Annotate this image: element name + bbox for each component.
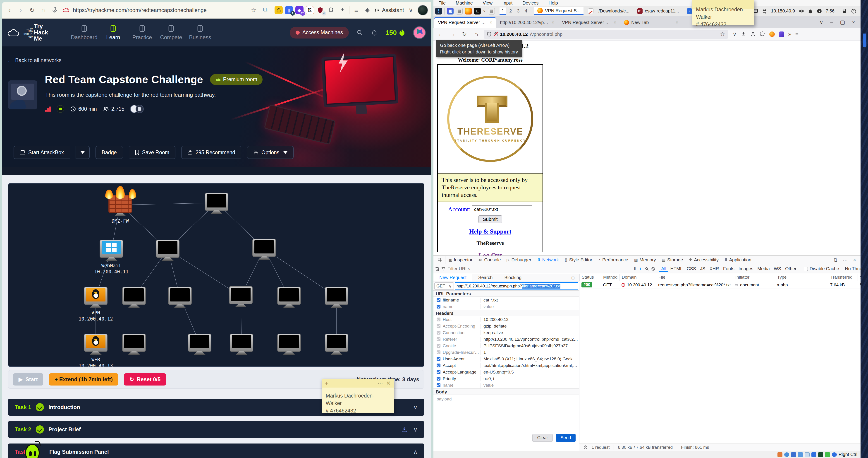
taskbar-window-button[interactable]: ~/Downloads/c... xyxy=(585,7,632,15)
reload-icon[interactable]: ↻ xyxy=(460,30,469,38)
request-row[interactable]: 200 GET 10.200.40.12 requestvpn.php?file… xyxy=(580,281,861,289)
thm-nav-item[interactable]: Dashboard xyxy=(71,25,98,40)
header-name[interactable]: Upgrade-Insecure-... xyxy=(443,350,481,355)
node-picker-icon[interactable] xyxy=(435,256,445,264)
header-value[interactable]: gzip, deflate xyxy=(481,324,506,329)
download-task-files-icon[interactable] xyxy=(401,426,407,433)
network-node[interactable] xyxy=(263,287,315,305)
network-start-button[interactable]: ▶ Start xyxy=(13,373,43,385)
microphone-icon[interactable] xyxy=(50,6,59,15)
workspace-button[interactable]: 4 xyxy=(523,7,529,15)
clear-requests-trash-icon[interactable] xyxy=(435,266,439,271)
back-icon[interactable]: ← xyxy=(437,30,445,38)
password-manager-extension-icon[interactable] xyxy=(275,6,283,14)
search-icon[interactable] xyxy=(356,29,363,36)
header-value[interactable]: http://10.200.40.12/vpncontrol.php?cmd=c… xyxy=(481,337,579,342)
chevron-down-icon[interactable]: ∨ xyxy=(413,404,417,411)
taskbar-window-button[interactable]: VPN Request S... xyxy=(534,7,584,15)
overflow-chevrons-icon[interactable]: » xyxy=(788,31,791,37)
downloads-icon[interactable] xyxy=(338,6,347,15)
summary-requests[interactable]: 1 request xyxy=(592,445,610,450)
param-name[interactable]: name xyxy=(443,304,481,309)
home-icon[interactable]: ⌂ xyxy=(39,6,48,15)
header-checkbox[interactable] xyxy=(437,337,440,341)
header-row[interactable]: Cookie PHPSESSID=dgmc49s6utjdvn09sfhj927… xyxy=(433,342,579,349)
filter-urls-box[interactable] xyxy=(442,266,632,271)
badge-button[interactable]: Badge xyxy=(95,146,123,159)
kagi-extension-icon[interactable]: K xyxy=(306,6,314,14)
account-input[interactable] xyxy=(472,205,532,213)
help-support-link[interactable]: Help & Support xyxy=(438,228,542,235)
pane-collapse-icon[interactable]: ⊟ xyxy=(568,276,578,280)
tab-list-chevron-icon[interactable]: ∨ xyxy=(819,19,824,25)
header-name[interactable]: Referer xyxy=(443,337,481,342)
thm-nav-item[interactable]: Learn xyxy=(100,25,127,40)
thm-nav-item[interactable]: Business xyxy=(186,25,214,40)
extensions-puzzle-icon[interactable] xyxy=(760,31,765,37)
header-name[interactable]: Accept-Encoding xyxy=(443,324,481,329)
column-header[interactable]: Initiator xyxy=(733,274,775,281)
send-button[interactable]: Send xyxy=(556,434,576,442)
header-name[interactable]: Accept xyxy=(443,363,481,368)
filter-urls-input[interactable] xyxy=(447,266,606,271)
header-name[interactable]: Priority xyxy=(443,376,481,381)
recommend-button[interactable]: 295 Recommend xyxy=(181,146,241,159)
share-link-icon[interactable]: ⧉ xyxy=(261,6,270,15)
network-reset-button[interactable]: ↻ Reset 0/5 xyxy=(124,373,166,385)
body-section[interactable]: Body xyxy=(433,389,579,395)
foxyproxy-extension-icon[interactable] xyxy=(779,31,784,37)
network-node[interactable] xyxy=(311,287,363,305)
header-checkbox[interactable] xyxy=(437,364,440,367)
param-value[interactable]: value xyxy=(481,304,494,309)
type-filter-button[interactable]: XHR xyxy=(708,266,721,272)
workspace-button[interactable]: 3 xyxy=(515,7,522,15)
menu-hamburger-icon[interactable]: ≡ xyxy=(795,31,799,37)
downloads-icon[interactable] xyxy=(741,31,746,37)
column-header[interactable]: Status xyxy=(580,274,601,281)
network-extend-button[interactable]: + Extend (1h 7min left) xyxy=(49,373,118,385)
network-node[interactable]: WebMail 10.200.40.11 xyxy=(85,240,137,275)
vbox-menu-item[interactable]: Input xyxy=(502,0,513,6)
column-header[interactable]: Transferred xyxy=(828,274,858,281)
summary-finish[interactable]: Finish: 861 ms xyxy=(681,445,709,450)
shield-extension-icon[interactable]: 4 xyxy=(316,6,324,14)
header-checkbox[interactable] xyxy=(437,357,440,361)
header-row[interactable]: User-Agent Mozilla/5.0 (X11; Linux x86_6… xyxy=(433,355,579,362)
restore-icon[interactable]: ▢ xyxy=(840,19,845,25)
header-checkbox[interactable] xyxy=(437,318,440,321)
type-filter-button[interactable]: WS xyxy=(772,266,783,272)
streak-points[interactable]: 150 xyxy=(385,29,405,36)
chevron-up-icon[interactable]: ∧ xyxy=(413,449,417,456)
sticky-note-vm[interactable]: Markus Dachroeden-Walker # 476462432 xyxy=(692,0,754,25)
url-parameters-section[interactable]: URL Parameters xyxy=(433,290,579,297)
header-name[interactable]: Connection xyxy=(443,330,481,335)
type-filter-button[interactable]: Other xyxy=(783,266,798,272)
thm-nav-item[interactable]: Practice xyxy=(129,25,156,40)
reader-lines-icon[interactable]: ≡ xyxy=(352,6,361,15)
network-node[interactable] xyxy=(311,334,363,352)
options-button[interactable]: Options xyxy=(247,146,293,159)
column-header[interactable]: Size xyxy=(858,274,861,281)
header-checkbox[interactable] xyxy=(437,383,440,387)
sticky-note[interactable]: + ··· ✕ Markus Dachroeden-Walker # 47646… xyxy=(321,379,394,413)
header-name[interactable]: User-Agent xyxy=(443,356,481,362)
extensions-puzzle-icon[interactable] xyxy=(327,6,336,15)
vbox-menu-item[interactable]: View xyxy=(483,0,493,6)
disable-cache-checkbox[interactable] xyxy=(804,267,808,271)
extension-orange-icon[interactable] xyxy=(769,31,775,37)
home-icon[interactable]: ⌂ xyxy=(472,30,480,38)
search-requests-icon[interactable] xyxy=(645,267,649,271)
clear-button[interactable]: Clear xyxy=(532,434,553,442)
header-value[interactable]: text/html,application/xhtml+xml,applicat… xyxy=(481,363,579,368)
tab-close-icon[interactable]: × xyxy=(552,20,554,25)
param-name[interactable]: filename xyxy=(443,297,481,303)
start-attackbox-dropdown[interactable] xyxy=(75,146,90,159)
thm-nav-item[interactable]: Compete xyxy=(158,25,185,40)
task-2-card[interactable]: Task 2 Project Brief ∨ xyxy=(8,421,424,438)
summary-transferred[interactable]: 8.30 kB / 7.64 kB transferred xyxy=(618,445,673,450)
vbox-menu-item[interactable]: Help xyxy=(549,0,558,6)
folder-icon[interactable]: ▤ xyxy=(488,8,495,15)
network-node[interactable]: DMZ-FW xyxy=(94,195,146,224)
disable-cache-control[interactable]: Disable Cache xyxy=(804,266,839,271)
headers-section[interactable]: Headers xyxy=(433,310,579,316)
